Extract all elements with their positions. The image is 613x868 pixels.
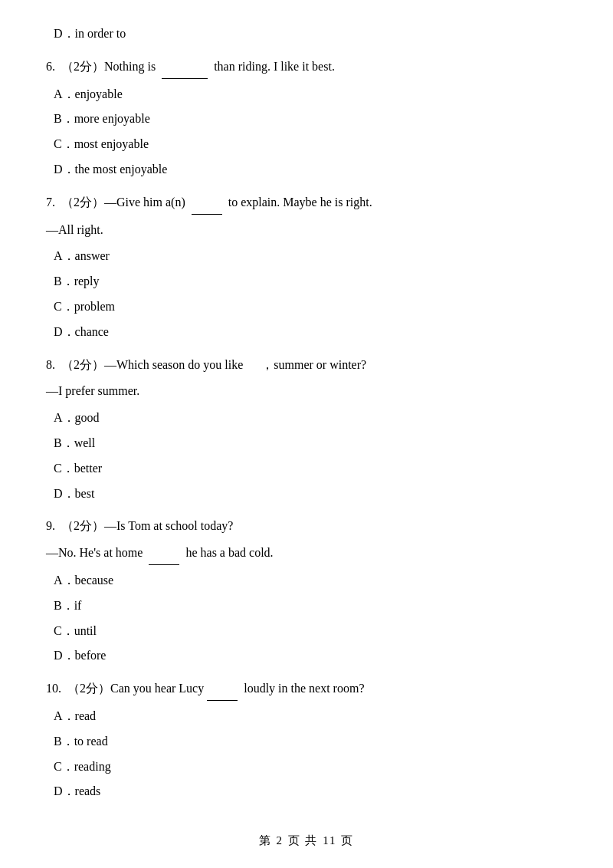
question-7-dialog: —All right. <box>46 219 567 242</box>
option-10a: A．read <box>46 705 567 728</box>
page-footer: 第 2 页 共 11 页 <box>46 833 567 848</box>
question-6: 6. （2分）Nothing is than riding. I like it… <box>46 56 567 181</box>
option-d-q5: D．in order to <box>46 23 567 45</box>
question-8-text: 8. （2分）—Which season do you like ，summer… <box>46 354 567 376</box>
option-6c: C．most enjoyable <box>46 133 567 156</box>
question-7: 7. （2分）—Give him a(n) to explain. Maybe … <box>46 192 567 344</box>
option-8b: B．well <box>46 432 567 455</box>
option-6d: D．the most enjoyable <box>46 159 567 181</box>
question-9: 9. （2分）—Is Tom at school today? —No. He'… <box>46 515 567 667</box>
question-9-dialog: —No. He's at home he has a bad cold. <box>46 542 567 565</box>
option-9c: C．until <box>46 620 567 643</box>
option-7b: B．reply <box>46 271 567 293</box>
blank-q7 <box>192 192 222 215</box>
blank-q10 <box>207 678 238 701</box>
question-8: 8. （2分）—Which season do you like ，summer… <box>46 354 567 505</box>
question-6-text: 6. （2分）Nothing is than riding. I like it… <box>46 56 567 79</box>
option-6a: A．enjoyable <box>46 84 567 106</box>
question-10: 10. （2分）Can you hear Lucy loudly in the … <box>46 678 567 803</box>
question-8-dialog: —I prefer summer. <box>46 380 567 403</box>
page-number: 第 2 页 共 11 页 <box>259 834 355 847</box>
option-10b: B．to read <box>46 731 567 753</box>
option-9a: A．because <box>46 570 567 592</box>
option-10d: D．reads <box>46 781 567 803</box>
option-7a: A．answer <box>46 245 567 268</box>
option-8c: C．better <box>46 458 567 480</box>
option-7c: C．problem <box>46 296 567 318</box>
option-7d: D．chance <box>46 321 567 344</box>
question-7-text: 7. （2分）—Give him a(n) to explain. Maybe … <box>46 192 567 215</box>
option-8d: D．best <box>46 483 567 505</box>
question-9-text: 9. （2分）—Is Tom at school today? <box>46 515 567 538</box>
option-9d: D．before <box>46 645 567 667</box>
option-6b: B．more enjoyable <box>46 108 567 130</box>
option-text: D．in order to <box>46 23 567 45</box>
option-9b: B．if <box>46 595 567 617</box>
option-10c: C．reading <box>46 756 567 778</box>
blank-q9 <box>149 542 179 565</box>
question-10-text: 10. （2分）Can you hear Lucy loudly in the … <box>46 678 567 701</box>
blank-q6 <box>162 56 208 79</box>
option-8a: A．good <box>46 407 567 429</box>
